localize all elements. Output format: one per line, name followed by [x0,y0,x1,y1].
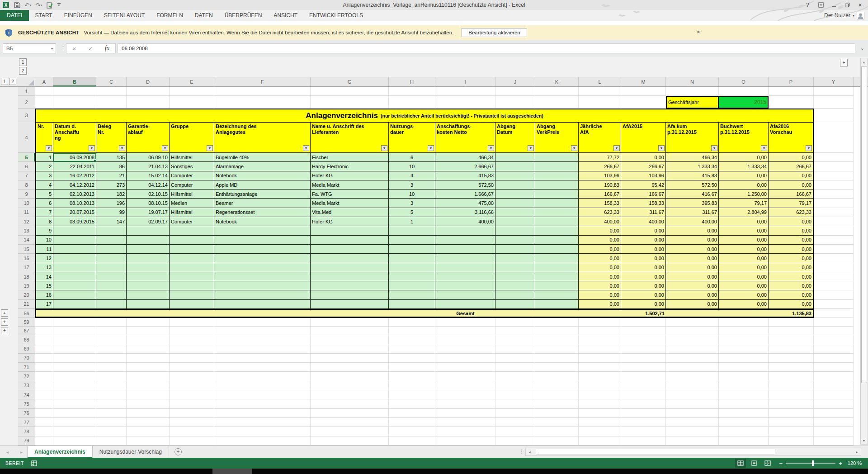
cell-H70[interactable] [389,354,435,363]
cell-L8[interactable]: 190,83 [579,180,621,190]
row-header-2[interactable]: 2 [18,96,35,109]
cell-K59[interactable] [535,318,579,327]
grid-corner[interactable]: 12 [0,77,35,86]
header-cell-G[interactable]: Name u. Anschrift des Lieferanten▼ [311,122,389,153]
cell-C74[interactable] [96,390,127,399]
new-sheet-button[interactable]: + [175,448,182,455]
cell-P10[interactable]: 79,17 [769,199,814,208]
row-header-11[interactable]: 11 [18,208,35,217]
cell-D56[interactable] [127,309,170,318]
cell-P69[interactable] [769,344,814,353]
cell-G70[interactable] [311,354,389,363]
cell-L15[interactable]: 0,00 [579,245,621,254]
cell-N1[interactable] [666,87,719,96]
cell-H68[interactable] [389,335,435,344]
cell-E72[interactable] [170,372,214,381]
cell-G21[interactable] [311,300,389,309]
cell-L20[interactable]: 0,00 [579,290,621,299]
cell-D21[interactable] [127,300,170,309]
cell-B67[interactable] [53,327,96,335]
cell-M20[interactable]: 0,00 [621,290,666,299]
row-header-10[interactable]: 10 [18,199,35,208]
cell-F6[interactable]: Alarmanlage [214,162,311,171]
cell-A19[interactable]: 15 [35,281,53,290]
cell-D73[interactable] [127,381,170,390]
cell-I79[interactable] [435,436,495,446]
cell-J71[interactable] [495,363,535,372]
cell-L79[interactable] [579,436,621,446]
tab-einfuegen[interactable]: EINFÜGEN [58,10,98,21]
cell-G68[interactable] [311,335,389,344]
cell-P59[interactable] [769,318,814,327]
cell-D17[interactable] [127,263,170,272]
cell-P67[interactable] [769,327,814,335]
cell-O73[interactable] [719,381,769,390]
header-cell-F[interactable]: Bezeichnung des Anlagegutes▼ [214,122,311,153]
cell-B56[interactable] [53,309,96,318]
cell-O15[interactable]: 0,00 [719,245,769,254]
cell-H11[interactable]: 5 [389,208,435,217]
cell-J70[interactable] [495,354,535,363]
cell-Y73[interactable] [814,381,854,390]
cell-Y4[interactable] [814,122,854,153]
tab-seitenlayout[interactable]: SEITENLAYOUT [98,10,151,21]
cell-D70[interactable] [127,354,170,363]
cell-O59[interactable] [719,318,769,327]
cell-O6[interactable]: 1.333,34 [719,162,769,171]
cell-A7[interactable]: 3 [35,171,53,180]
cell-A10[interactable]: 6 [35,199,53,208]
cell-K72[interactable] [535,372,579,381]
cell-G56[interactable] [311,309,389,318]
cell-I8[interactable]: 572,50 [435,180,495,190]
cell-L71[interactable] [579,363,621,372]
cell-E6[interactable]: Sonstiges [170,162,214,171]
cell-O68[interactable] [719,335,769,344]
cell-J5[interactable] [495,153,535,162]
sheet-title-cell[interactable]: Anlagenverzeichnis(nur betrieblicher Ant… [35,109,814,122]
cell-I72[interactable] [435,372,495,381]
cell-N56[interactable] [666,309,719,318]
cell-Y74[interactable] [814,390,854,399]
cell-L78[interactable] [579,427,621,436]
cell-P13[interactable]: 0,00 [769,226,814,235]
cell-P1[interactable] [769,87,814,96]
cell-N72[interactable] [666,372,719,381]
cell-O8[interactable]: 0,00 [719,180,769,190]
cell-L2[interactable] [579,96,621,109]
cell-L7[interactable]: 103,96 [579,171,621,180]
header-cell-I[interactable]: Anschaffungs- kosten Netto▼ [435,122,495,153]
column-header-Y[interactable]: Y [814,77,854,86]
cell-D59[interactable] [127,318,170,327]
cell-F68[interactable] [214,335,311,344]
cell-Y1[interactable] [814,87,854,96]
cell-K9[interactable] [535,190,579,199]
tab-datei[interactable]: DATEI [0,10,29,21]
cell-K15[interactable] [535,245,579,254]
cancel-entry-icon[interactable]: × [72,45,76,52]
cell-N17[interactable]: 0,00 [666,263,719,272]
cell-O72[interactable] [719,372,769,381]
cell-G8[interactable]: Media Markt [311,180,389,190]
column-header-A[interactable]: A [35,77,53,86]
cell-F70[interactable] [214,354,311,363]
row-header-12[interactable]: 12 [18,217,35,226]
row-header-73[interactable]: 73 [18,381,35,390]
cell-K11[interactable] [535,208,579,217]
cell-M21[interactable]: 0,00 [621,300,666,309]
cell-D15[interactable] [127,245,170,254]
cell-B74[interactable] [53,390,96,399]
cell-P19[interactable]: 0,00 [769,281,814,290]
cell-M71[interactable] [621,363,666,372]
cell-F75[interactable] [214,399,311,408]
cell-G7[interactable]: Hofer KG [311,171,389,180]
macro-record-icon[interactable] [31,460,37,466]
ribbon-display-options-button[interactable] [814,0,827,10]
cell-D18[interactable] [127,272,170,281]
cell-I7[interactable]: 415,83 [435,171,495,180]
cell-E71[interactable] [170,363,214,372]
cell-Y7[interactable] [814,171,854,180]
cell-P71[interactable] [769,363,814,372]
cell-O13[interactable]: 0,00 [719,226,769,235]
cell-I9[interactable]: 1.666,67 [435,190,495,199]
cell-N13[interactable]: 0,00 [666,226,719,235]
